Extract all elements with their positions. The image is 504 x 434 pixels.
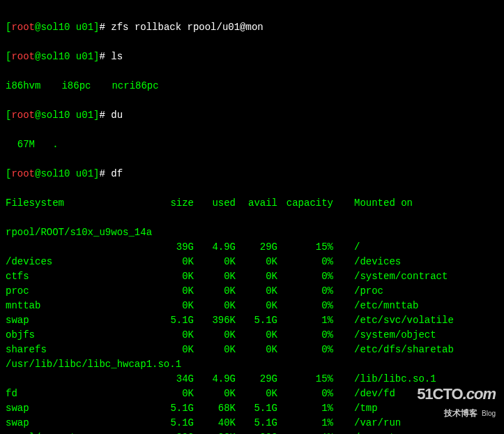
df-row: mnttab0K0K0K0%/etc/mnttab	[6, 299, 498, 313]
df-row: swap5.1G396K5.1G1%/etc/svc/volatile	[6, 313, 498, 328]
df-row-wrap: rpool/ROOT/s10x_u9wos_14a	[6, 225, 498, 240]
df-row: 39G4.9G29G15%/	[6, 240, 498, 255]
ls-output: i86hvmi86pcncri86pc	[6, 79, 498, 93]
df-row: objfs0K0K0K0%/system/object	[6, 328, 498, 343]
df-row: /devices0K0K0K0%/devices	[6, 255, 498, 269]
df-row: sharefs0K0K0K0%/etc/dfs/sharetab	[6, 343, 498, 357]
df-row: ctfs0K0K0K0%/system/contract	[6, 269, 498, 284]
df-row-wrap: /usr/lib/libc/libc_hwcap1.so.1	[6, 357, 498, 372]
command-text: ls	[111, 51, 123, 62]
watermark: 51CTO.com 技术博客Blog	[417, 382, 496, 420]
df-header: FilesystemsizeusedavailcapacityMounted o…	[6, 196, 498, 211]
df-row: rpool/export39G23K29G1%/export	[6, 431, 498, 434]
du-output: 67M .	[6, 137, 498, 152]
terminal-output[interactable]: [root@sol10 u01]# zfs rollback rpool/u01…	[6, 6, 498, 434]
command-text: du	[111, 110, 123, 121]
prompt-line: [root@sol10 u01]# ls	[6, 50, 498, 64]
prompt-line: [root@sol10 u01]# zfs rollback rpool/u01…	[6, 20, 498, 35]
command-text: df	[111, 168, 123, 179]
prompt-line: [root@sol10 u01]# df	[6, 167, 498, 181]
prompt-line: [root@sol10 u01]# du	[6, 108, 498, 123]
df-row: proc0K0K0K0%/proc	[6, 284, 498, 299]
command-text: zfs rollback rpool/u01@mon	[111, 22, 263, 33]
